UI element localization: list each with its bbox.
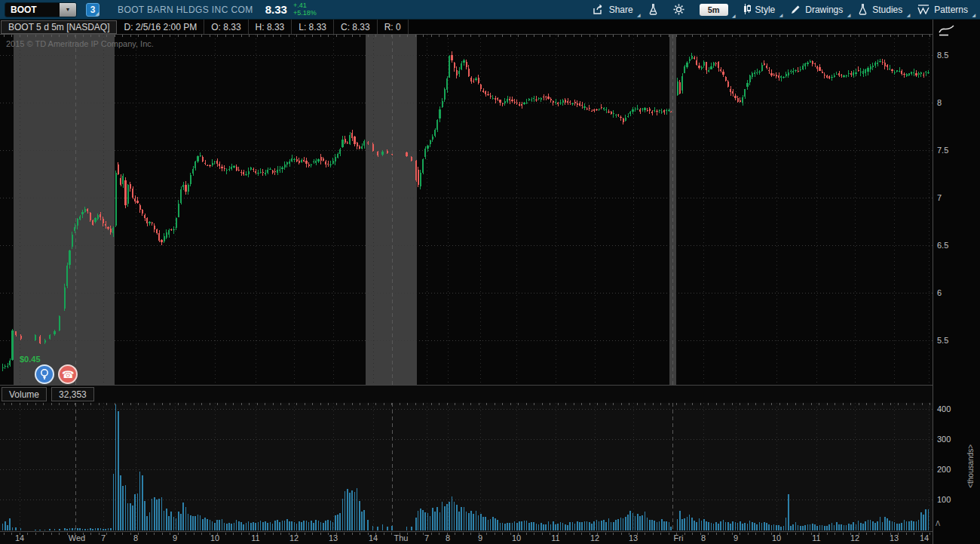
time-axis[interactable]: 14Wed7891011121314Thu78910111213Fri89101…	[0, 532, 933, 544]
volume-bars-canvas	[0, 403, 933, 532]
candle-down	[142, 210, 143, 214]
volume-bar	[294, 522, 296, 530]
volume-bar	[236, 520, 237, 530]
volume-bar	[436, 507, 438, 530]
candle-up	[677, 81, 678, 96]
candle-down	[107, 227, 109, 228]
candle-down	[828, 76, 830, 78]
volume-bar	[831, 523, 833, 530]
candle-down	[816, 66, 818, 69]
volume-study-label[interactable]: Volume	[2, 387, 47, 401]
candle-down	[243, 172, 244, 174]
candle-down	[418, 170, 419, 185]
candle-up	[925, 72, 926, 72]
extended-hours-band	[14, 35, 115, 385]
settings-button[interactable]	[666, 2, 692, 17]
volume-bar	[810, 524, 811, 530]
volume-bar	[759, 522, 761, 530]
candle-down	[156, 229, 158, 233]
volume-bar	[176, 518, 177, 530]
patterns-button[interactable]: Patterns ◢	[910, 2, 975, 17]
dividend-marker-label: $0.45	[20, 355, 41, 364]
conference-call-event-bubble[interactable]: ☎	[58, 364, 78, 384]
volume-bar	[108, 528, 109, 530]
chart-mode-icon[interactable]	[938, 23, 956, 36]
candle-up	[874, 63, 876, 66]
candle-down	[798, 71, 799, 72]
symbol-dropdown-button[interactable]: ▼	[60, 3, 76, 17]
price-axis-label: 7	[937, 193, 942, 202]
volume-axis-label: 200	[937, 465, 951, 474]
volume-bar	[579, 522, 580, 530]
volume-bar	[387, 527, 388, 530]
candle-up	[94, 218, 96, 222]
candle-up	[523, 103, 525, 104]
extended-hours-band	[366, 35, 417, 385]
volume-bar	[844, 525, 845, 530]
volume-bar	[103, 529, 104, 530]
candle-down	[120, 178, 121, 185]
volume-bar	[800, 526, 801, 530]
price-axis-column[interactable]: <thousands> ᐱ 8.587.576.565.540030020010…	[933, 20, 980, 544]
volume-bar	[105, 529, 106, 530]
chart-title[interactable]: BOOT 5 d 5m [NASDAQ]	[1, 20, 117, 34]
earnings-event-bubble[interactable]	[35, 364, 54, 384]
time-axis-hour-label: 8	[133, 533, 138, 542]
drawings-label: Drawings	[805, 5, 843, 15]
flask-tool-button[interactable]	[641, 2, 666, 17]
volume-bar	[243, 524, 244, 530]
volume-bar	[681, 519, 683, 530]
volume-bar	[323, 523, 324, 530]
volume-bar	[164, 511, 165, 530]
volume-bar	[430, 516, 431, 530]
drawings-button[interactable]: Drawings ◢	[782, 2, 850, 17]
volume-bar	[635, 516, 636, 530]
share-button[interactable]: Share ◢	[586, 2, 641, 17]
candle-up	[625, 118, 626, 121]
candle-up	[637, 109, 639, 109]
volume-pane[interactable]	[0, 403, 933, 532]
volume-bar	[651, 520, 653, 530]
price-chart-pane[interactable]: 2015 © TD Ameritrade IP Company, Inc. $0…	[0, 35, 933, 385]
volume-bar	[901, 523, 902, 530]
candle-up	[786, 74, 787, 76]
volume-bar	[182, 503, 184, 530]
candle-down	[768, 70, 770, 71]
candle-down	[39, 337, 41, 343]
candle-down	[146, 218, 148, 223]
volume-bar	[856, 524, 857, 530]
volume-bar	[679, 511, 681, 530]
candle-down	[812, 61, 813, 64]
volume-bar	[134, 494, 136, 530]
volume-bar	[543, 524, 544, 530]
candle-up	[79, 217, 81, 220]
trading-app: BOOT ▼ 3 ◢ BOOT BARN HLDGS INC COM 8.33 …	[0, 0, 980, 544]
candle-up	[214, 161, 216, 162]
volume-bar	[884, 517, 886, 530]
volume-bar	[569, 522, 571, 530]
symbol-input[interactable]: BOOT	[5, 3, 60, 17]
candle-down	[656, 111, 657, 112]
time-axis-hour-label: 14	[920, 533, 929, 542]
volume-bar	[586, 521, 588, 530]
candle-up	[231, 167, 232, 170]
volume-bar	[198, 515, 199, 530]
volume-bar	[299, 521, 300, 530]
candle-down	[770, 73, 772, 75]
volume-bar	[732, 521, 733, 530]
studies-button[interactable]: Studies ◢	[850, 2, 910, 17]
volume-bar	[666, 521, 667, 530]
style-button[interactable]: Style ◢	[736, 2, 783, 17]
linked-chart-badge[interactable]: 3 ◢	[86, 3, 100, 17]
timeframe-button[interactable]: 5m ◢	[692, 2, 736, 18]
volume-bar	[262, 522, 264, 530]
volume-bar	[311, 521, 312, 530]
candle-up	[317, 159, 319, 161]
symbol-selector[interactable]: BOOT ▼	[5, 2, 77, 17]
volume-bar	[916, 521, 917, 530]
candle-down	[766, 66, 767, 68]
volume-bar	[514, 521, 516, 530]
volume-bar	[608, 518, 610, 530]
volume-bar	[482, 517, 484, 530]
scroll-caret-icon[interactable]: ᐱ	[936, 520, 940, 527]
